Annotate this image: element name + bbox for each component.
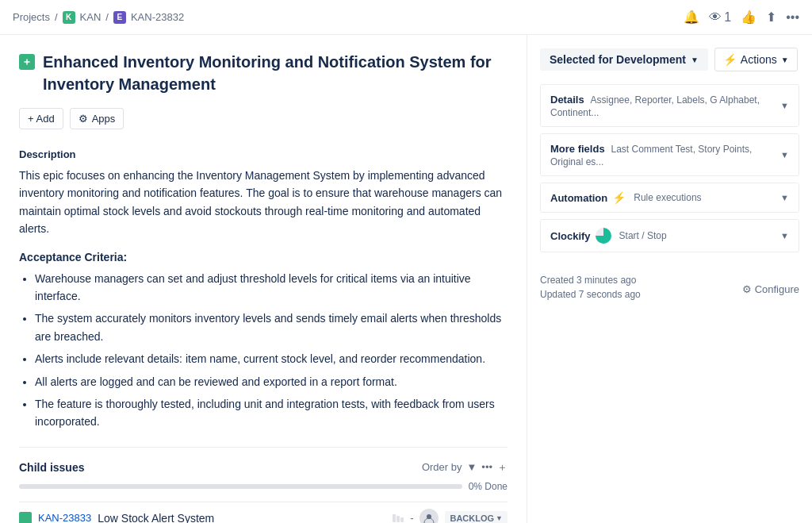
right-pane: Selected for Development ▼ ⚡ Actions ▼ D… — [527, 35, 812, 523]
configure-row: Created 3 minutes ago Updated 7 seconds … — [540, 275, 799, 303]
acceptance-item: All alerts are logged and can be reviewe… — [35, 373, 508, 390]
acceptance-item: Alerts include relevant details: item na… — [35, 350, 508, 367]
child-issue-row: KAN-23833 Low Stock Alert System - BACKL… — [19, 502, 508, 523]
order-by-chevron[interactable]: ▼ — [466, 461, 477, 473]
clockify-section: Clockify Start / Stop ▼ — [540, 219, 799, 252]
thumbsup-icon[interactable]: 👍 — [741, 10, 756, 25]
progress-bar — [19, 484, 462, 489]
kan-link[interactable]: KAN — [80, 11, 102, 23]
child-issues-actions: Order by ▼ ••• ＋ — [422, 460, 508, 475]
share-icon[interactable]: ⬆ — [766, 10, 776, 25]
apps-icon: ⚙ — [79, 113, 88, 125]
details-section: Details Assignee, Reporter, Labels, G Al… — [540, 84, 799, 127]
kan-project-icon: K — [63, 11, 75, 24]
apps-button[interactable]: ⚙ Apps — [70, 108, 124, 129]
order-by-label: Order by — [422, 461, 462, 473]
footer-info: Created 3 minutes ago Updated 7 seconds … — [540, 259, 799, 313]
status-actions-row: Selected for Development ▼ ⚡ Actions ▼ — [540, 48, 799, 71]
configure-button[interactable]: ⚙ Configure — [742, 283, 799, 295]
details-chevron: ▼ — [780, 101, 789, 110]
acceptance-item: Warehouse managers can set and adjust th… — [35, 270, 508, 306]
timestamps: Created 3 minutes ago Updated 7 seconds … — [540, 275, 641, 303]
updated-label: Updated 7 seconds ago — [540, 289, 641, 300]
projects-link[interactable]: Projects — [13, 11, 50, 23]
clockify-header[interactable]: Clockify Start / Stop ▼ — [541, 220, 799, 252]
details-header[interactable]: Details Assignee, Reporter, Labels, G Al… — [541, 85, 799, 126]
child-issues-more[interactable]: ••• — [481, 461, 492, 473]
child-issue-type-icon — [19, 512, 32, 523]
acceptance-item: The feature is thoroughly tested, includ… — [35, 395, 508, 431]
more-icon[interactable]: ••• — [786, 10, 799, 25]
clockify-sub: Start / Stop — [619, 230, 667, 241]
svg-rect-4 — [400, 517, 404, 522]
clockify-label: Clockify — [550, 230, 591, 242]
child-issue-avatar — [419, 509, 439, 523]
epic-icon: E — [113, 11, 126, 24]
child-issue-id[interactable]: KAN-23833 — [38, 512, 91, 523]
issue-link[interactable]: KAN-23832 — [131, 11, 184, 23]
svg-rect-2 — [393, 514, 396, 522]
automation-row: Automation ⚡ Rule executions — [550, 191, 702, 204]
status-button[interactable]: Selected for Development ▼ — [540, 48, 708, 71]
status-label: Selected for Development — [550, 53, 686, 66]
lightning-icon: ⚡ — [723, 53, 737, 66]
add-button[interactable]: + Add — [19, 108, 63, 129]
acceptance-heading: Acceptance Criteria: — [19, 251, 508, 263]
automation-header[interactable]: Automation ⚡ Rule executions ▼ — [541, 183, 799, 212]
child-issue-name: Low Stock Alert System — [98, 512, 386, 523]
priority-icon — [393, 513, 404, 523]
progress-row: 0% Done — [19, 481, 508, 492]
topbar: Projects / K KAN / E KAN-23832 🔔 👁 1 👍 ⬆… — [0, 0, 812, 35]
left-pane: Enhanced Inventory Monitoring and Notifi… — [0, 35, 527, 523]
child-issues-title: Child issues — [19, 461, 84, 474]
clockify-row: Clockify Start / Stop — [550, 228, 667, 244]
breadcrumb: Projects / K KAN / E KAN-23832 — [13, 11, 184, 24]
child-issues-add[interactable]: ＋ — [497, 460, 508, 475]
actions-label: Actions — [741, 53, 777, 66]
svg-rect-3 — [396, 516, 400, 522]
child-issues-header: Child issues Order by ▼ ••• ＋ — [19, 447, 508, 475]
description-section: Description This epic focuses on enhanci… — [19, 148, 508, 431]
issue-title-row: Enhanced Inventory Monitoring and Notifi… — [19, 51, 508, 95]
progress-pct: 0% Done — [469, 481, 508, 492]
backlog-status[interactable]: BACKLOG ▼ — [445, 511, 508, 523]
actions-button[interactable]: ⚡ Actions ▼ — [714, 48, 798, 71]
automation-label: Automation — [550, 192, 607, 204]
more-fields-label: More fields — [550, 143, 605, 155]
svg-rect-1 — [21, 514, 29, 522]
child-issues-list: KAN-23833 Low Stock Alert System - BACKL… — [19, 502, 508, 523]
epic-type-icon — [19, 54, 35, 70]
child-issue-separator: - — [410, 512, 413, 523]
notification-icon[interactable]: 🔔 — [684, 10, 699, 25]
child-issues-section: Child issues Order by ▼ ••• ＋ 0% Done — [19, 447, 508, 523]
acceptance-list: Warehouse managers can set and adjust th… — [19, 270, 508, 431]
main-layout: Enhanced Inventory Monitoring and Notifi… — [0, 35, 812, 523]
more-fields-chevron: ▼ — [780, 150, 789, 160]
acceptance-item: The system accurately monitors inventory… — [35, 310, 508, 345]
automation-sub: Rule executions — [634, 192, 701, 203]
toolbar: + Add ⚙ Apps — [19, 108, 508, 129]
gear-icon: ⚙ — [742, 283, 752, 295]
issue-title: Enhanced Inventory Monitoring and Notifi… — [43, 51, 508, 95]
clockify-icon — [596, 228, 611, 244]
created-label: Created 3 minutes ago — [540, 275, 641, 286]
apps-label: Apps — [92, 113, 116, 125]
description-text: This epic focuses on enhancing the Inven… — [19, 167, 508, 238]
sep1: / — [55, 11, 58, 23]
more-fields-header[interactable]: More fields Last Comment Test, Story Poi… — [541, 134, 799, 175]
watch-icon[interactable]: 👁 1 — [709, 10, 731, 25]
details-label: Details — [550, 94, 584, 106]
status-chevron: ▼ — [691, 56, 699, 64]
more-fields-section: More fields Last Comment Test, Story Poi… — [540, 133, 799, 176]
automation-section: Automation ⚡ Rule executions ▼ — [540, 183, 799, 213]
actions-chevron: ▼ — [781, 56, 789, 64]
automation-chevron: ▼ — [780, 193, 789, 202]
automation-lightning: ⚡ — [612, 191, 626, 204]
topbar-actions: 🔔 👁 1 👍 ⬆ ••• — [684, 10, 799, 25]
description-heading: Description — [19, 148, 508, 160]
clockify-chevron: ▼ — [780, 231, 789, 240]
sep2: / — [105, 11, 109, 23]
configure-label: Configure — [755, 283, 799, 295]
